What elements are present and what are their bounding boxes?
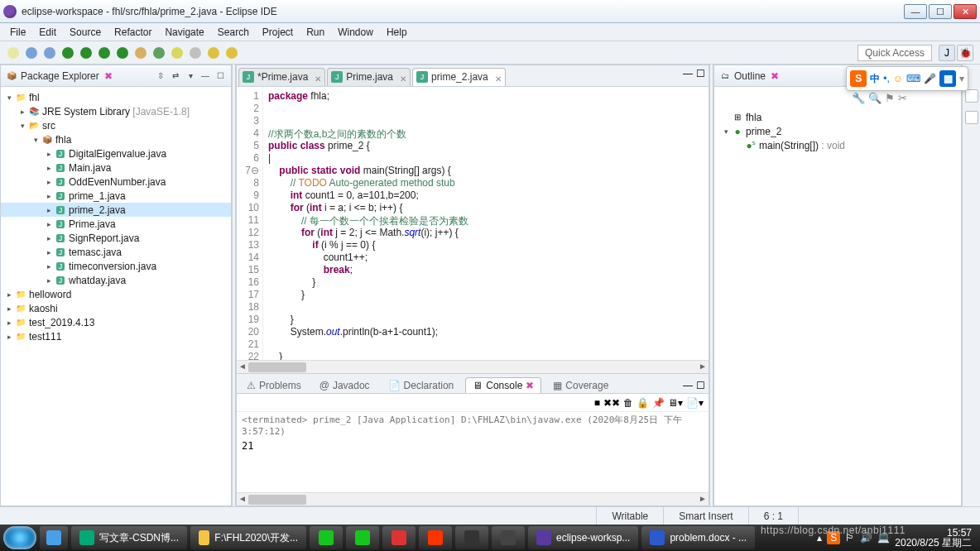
start-button[interactable] (3, 526, 36, 549)
minimize-button[interactable]: — (904, 4, 927, 19)
menu-source[interactable]: Source (63, 25, 108, 40)
ime-tool-search-icon[interactable]: 🔍 (868, 92, 882, 104)
tree-item[interactable]: ▸JDigitalEigenvalue.java (1, 146, 231, 161)
tree-item[interactable]: ▾📂src (1, 118, 231, 132)
ime-menu-icon[interactable]: ▾ (959, 73, 964, 84)
taskbar-button[interactable] (382, 526, 416, 549)
console-stop-icon[interactable]: ■ (594, 397, 600, 409)
collapse-all-icon[interactable]: ⇳ (155, 70, 166, 82)
sidebox-item[interactable] (965, 89, 978, 103)
run-last-icon[interactable] (114, 45, 131, 61)
save-all-icon[interactable] (41, 45, 58, 61)
menu-refactor[interactable]: Refactor (108, 25, 158, 40)
taskbar-button[interactable]: 写文章-CSDN博... (71, 526, 187, 549)
ime-tool-wrench-icon[interactable]: 🔧 (852, 92, 865, 104)
menu-edit[interactable]: Edit (32, 25, 63, 40)
menu-file[interactable]: File (3, 25, 32, 40)
tree-item[interactable]: ▸📁helloword (1, 287, 231, 301)
new-icon[interactable] (5, 45, 22, 61)
perspective-java-icon[interactable]: J (939, 45, 955, 61)
menu-help[interactable]: Help (380, 25, 414, 40)
tree-item[interactable]: ▸Jtemasc.java (1, 245, 231, 259)
taskbar-button[interactable]: F:\FHL2020\开发... (190, 526, 306, 549)
ime-tool-flag-icon[interactable]: ⚑ (885, 92, 895, 104)
editor-tab[interactable]: JPrime.java✕ (327, 68, 411, 86)
ime-logo-icon[interactable]: S (850, 70, 867, 87)
sidebox-item[interactable] (965, 111, 978, 124)
tree-item[interactable]: ▸Jprime_2.java (1, 203, 231, 217)
open-type-icon[interactable] (169, 45, 185, 61)
outline-close-icon[interactable]: ✖ (771, 70, 779, 82)
taskbar-button[interactable]: eclipse-worksp... (528, 526, 638, 549)
bottom-tab-declaration[interactable]: 📄Declaration (382, 378, 461, 393)
ime-zh-icon[interactable]: 中 (870, 72, 880, 86)
bottom-min-icon[interactable]: — (683, 380, 693, 391)
coverage-icon[interactable] (96, 45, 113, 61)
console-clear-icon[interactable]: 🗑 (623, 397, 633, 409)
editor-min-icon[interactable]: — (683, 68, 693, 79)
menu-window[interactable]: Window (331, 25, 380, 40)
package-tree[interactable]: ▾📁fhl▸📚JRE System Library [JavaSE-1.8]▾📂… (1, 87, 231, 505)
ime-tool-clip-icon[interactable]: ✂ (898, 92, 907, 104)
ime-punct-icon[interactable]: •, (883, 73, 890, 84)
ime-emoji-icon[interactable]: ☺ (893, 73, 903, 84)
tree-item[interactable]: ▸Jwhatday.java (1, 273, 231, 287)
code-editor[interactable]: 1234567⊖89101112131415161718192021222324… (237, 87, 709, 360)
editor-tab[interactable]: Jprime_2.java✕ (412, 68, 506, 86)
menu-search[interactable]: Search (211, 25, 256, 40)
tree-item[interactable]: ▸📁test111 (1, 329, 231, 343)
taskbar-button[interactable]: problem.docx - ... (641, 526, 755, 549)
ime-apps-icon[interactable]: ▦ (939, 70, 956, 87)
tree-item[interactable]: ▸📚JRE System Library [JavaSE-1.8] (1, 104, 231, 118)
close-button[interactable]: ✕ (954, 4, 977, 19)
bottom-max-icon[interactable]: ☐ (696, 380, 705, 391)
console-pin-icon[interactable]: 📌 (652, 397, 665, 409)
taskbar-button[interactable] (310, 526, 343, 549)
menu-navigate[interactable]: Navigate (158, 25, 210, 40)
console-open-icon[interactable]: 📄▾ (686, 397, 704, 409)
editor-tab[interactable]: J*Prime.java✕ (238, 68, 325, 86)
ime-voice-icon[interactable]: 🎤 (924, 73, 936, 84)
perspective-debug-icon[interactable]: 🐞 (957, 45, 973, 61)
taskbar-button[interactable] (492, 526, 525, 549)
outline-item[interactable]: ●smain(String[]) : void (714, 138, 961, 152)
outline-item[interactable]: ▾●prime_2 (714, 124, 961, 138)
minimize-view-icon[interactable]: — (199, 70, 211, 82)
tree-item[interactable]: ▾📁fhl (1, 90, 231, 104)
run-icon[interactable] (78, 45, 94, 61)
tree-item[interactable]: ▸JMain.java (1, 161, 231, 175)
new-class-icon[interactable] (151, 45, 167, 61)
tree-item[interactable]: ▸📁kaoshi (1, 301, 231, 315)
tree-item[interactable]: ▸Jtimeconversion.java (1, 259, 231, 273)
taskbar-button[interactable] (419, 526, 452, 549)
taskbar-button[interactable] (346, 526, 379, 549)
save-icon[interactable] (23, 45, 40, 61)
editor-hscrollbar[interactable] (237, 360, 709, 373)
tree-item[interactable]: ▸JOddEvenNumber.java (1, 175, 231, 189)
quick-access[interactable]: Quick Access (858, 45, 932, 61)
tree-item[interactable]: ▸Jprime_1.java (1, 189, 231, 203)
maximize-view-icon[interactable]: ☐ (214, 70, 226, 82)
taskbar-explorer-icon[interactable] (40, 526, 68, 549)
ime-toolbar[interactable]: S 中 •, ☺ ⌨ 🎤 ▦ ▾ 🔧 🔍 ⚑ ✂ (846, 66, 968, 91)
tree-item[interactable]: ▸JPrime.java (1, 217, 231, 231)
console-remove-icon[interactable]: ✖✖ (603, 397, 620, 409)
bottom-tab-coverage[interactable]: ▦Coverage (546, 378, 615, 393)
forward-icon[interactable] (223, 45, 240, 61)
maximize-button[interactable]: ☐ (929, 4, 952, 19)
link-editor-icon[interactable]: ⇄ (170, 70, 181, 82)
search-icon[interactable] (187, 45, 204, 61)
tray-clock[interactable]: 15:57 2020/8/25 星期二 (895, 528, 972, 548)
tree-item[interactable]: ▾📦fhla (1, 132, 231, 146)
console-display-icon[interactable]: 🖥▾ (668, 397, 683, 409)
bottom-tab-console[interactable]: 🖥Console ✖ (465, 377, 541, 393)
ime-keyboard-icon[interactable]: ⌨ (906, 73, 920, 84)
new-pkg-icon[interactable] (132, 45, 149, 61)
tree-item[interactable]: ▸📁test_2019.4.13 (1, 315, 231, 329)
menu-project[interactable]: Project (256, 25, 300, 40)
outline-tree[interactable]: ⊞fhla▾●prime_2●smain(String[]) : void (714, 87, 961, 505)
taskbar-button[interactable] (455, 526, 488, 549)
menu-run[interactable]: Run (300, 25, 331, 40)
console-hscrollbar[interactable] (237, 492, 709, 505)
back-icon[interactable] (205, 45, 222, 61)
